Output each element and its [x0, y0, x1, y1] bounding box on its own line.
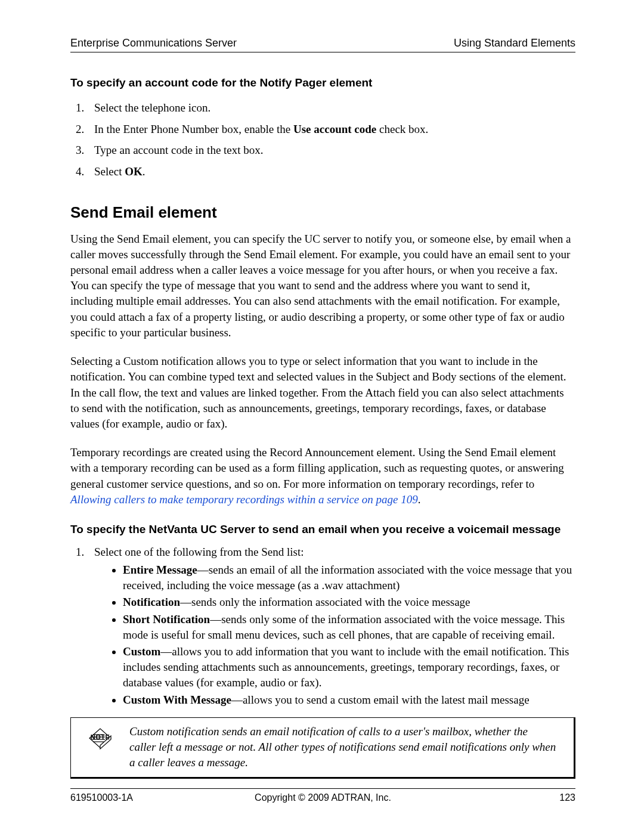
opt-1-bold: Entire Message: [123, 563, 197, 576]
opt-2-bold: Notification: [123, 596, 180, 608]
opt-2-text: —sends only the information associated w…: [180, 596, 470, 608]
heading-specify-uc: To specify the NetVanta UC Server to sen…: [70, 522, 575, 537]
para-3-post: .: [418, 493, 421, 506]
step-send-1-text: Select one of the following from the Sen…: [94, 546, 304, 558]
opt-custom: Custom—allows you to add information tha…: [123, 644, 575, 691]
step-4: Select OK.: [87, 164, 575, 179]
para-2: Selecting a Custom notification allows y…: [70, 354, 575, 432]
opt-5-text: —allows you to send a custom email with …: [231, 693, 530, 706]
step-2-post: check box.: [376, 123, 428, 135]
footer-center: Copyright © 2009 ADTRAN, Inc.: [70, 792, 575, 803]
heading-send-email: Send Email element: [70, 203, 575, 222]
step-4-post: .: [143, 165, 145, 178]
steps-send-list: Select one of the following from the Sen…: [70, 544, 575, 708]
step-1: Select the telephone icon.: [87, 100, 575, 116]
header-left: Enterprise Communications Server: [70, 37, 237, 49]
step-3: Type an account code in the text box.: [87, 143, 575, 158]
page: Enterprise Communications Server Using S…: [0, 0, 644, 833]
xref-temp-recordings[interactable]: Allowing callers to make temporary recor…: [70, 493, 418, 506]
step-2: In the Enter Phone Number box, enable th…: [87, 122, 575, 137]
opt-custom-with-message: Custom With Message—allows you to send a…: [123, 692, 575, 708]
opt-short-notification: Short Notification—sends only some of th…: [123, 612, 575, 643]
note-box: NOTE Custom notification sends an email …: [70, 717, 575, 779]
page-footer: 619510003-1A Copyright © 2009 ADTRAN, In…: [70, 788, 575, 803]
opt-notification: Notification—sends only the information …: [123, 594, 575, 610]
send-options: Entire Message—sends an email of all the…: [94, 562, 575, 708]
step-3-text: Type an account code in the text box.: [94, 144, 264, 156]
step-4-bold: OK: [125, 165, 143, 178]
opt-4-text: —allows you to add information that you …: [123, 645, 569, 689]
opt-entire-message: Entire Message—sends an email of all the…: [123, 562, 575, 593]
step-4-pre: Select: [94, 165, 125, 178]
opt-5-bold: Custom With Message: [123, 693, 231, 706]
note-label: NOTE: [77, 733, 123, 741]
step-send-1: Select one of the following from the Sen…: [87, 544, 575, 708]
steps-account-code: Select the telephone icon. In the Enter …: [70, 100, 575, 179]
header-right: Using Standard Elements: [454, 37, 575, 49]
para-3: Temporary recordings are created using t…: [70, 445, 575, 507]
step-1-text: Select the telephone icon.: [94, 101, 210, 114]
para-1: Using the Send Email element, you can sp…: [70, 231, 575, 341]
para-3-pre: Temporary recordings are created using t…: [70, 446, 564, 490]
opt-3-bold: Short Notification: [123, 613, 210, 625]
heading-account-code: To specify an account code for the Notif…: [70, 76, 575, 89]
step-2-bold: Use account code: [293, 123, 376, 135]
note-text: Custom notification sends an email notif…: [123, 724, 557, 771]
page-header: Enterprise Communications Server Using S…: [70, 37, 575, 52]
step-2-pre: In the Enter Phone Number box, enable th…: [94, 123, 293, 135]
note-icon: NOTE: [77, 726, 123, 750]
opt-4-bold: Custom: [123, 645, 160, 658]
